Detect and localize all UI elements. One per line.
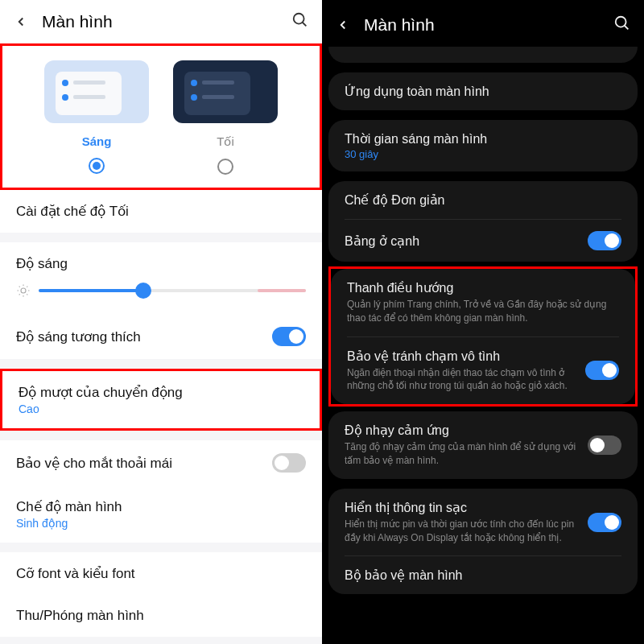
row-adaptive-brightness[interactable]: Độ sáng tương thích <box>0 314 322 359</box>
svg-point-0 <box>294 14 304 24</box>
svg-line-5 <box>19 287 20 287</box>
toggle-edge-panels[interactable] <box>588 231 621 250</box>
header: Màn hình <box>0 0 322 43</box>
row-touch-sensitivity[interactable]: Độ nhạy cảm ứng Tăng độ nhạy cảm ứng của… <box>328 411 638 479</box>
svg-point-11 <box>616 17 626 27</box>
page-title: Màn hình <box>42 12 279 31</box>
settings-panel-light: Màn hình Sáng <box>0 0 322 644</box>
theme-label-light: Sáng <box>82 134 112 148</box>
row-screen-saver[interactable]: Bộ bảo vệ màn hình <box>328 556 638 594</box>
toggle-touch-sensitivity[interactable] <box>588 436 621 455</box>
theme-preview-light <box>44 60 149 123</box>
row-screen-timeout[interactable]: Thời gian sáng màn hình 30 giây <box>328 120 638 171</box>
svg-point-2 <box>21 288 26 293</box>
theme-selector-card: Sáng Tối <box>0 43 322 190</box>
header: Màn hình <box>322 0 644 47</box>
row-screen-mode[interactable]: Chế độ màn hình Sinh động <box>0 485 322 543</box>
row-dark-mode-settings[interactable]: Cài đặt chế độ Tối <box>0 190 322 233</box>
radio-dark[interactable] <box>217 159 233 175</box>
svg-line-1 <box>303 23 307 27</box>
search-icon[interactable] <box>613 14 631 35</box>
row-brightness: Độ sáng <box>0 242 322 314</box>
theme-option-dark[interactable]: Tối <box>173 60 278 175</box>
toggle-accidental-touch[interactable] <box>585 361 619 380</box>
sun-icon <box>16 283 31 298</box>
toggle-charging-info[interactable] <box>588 513 621 532</box>
row-accidental-touch[interactable]: Bảo vệ tránh chạm vô tình Ngăn điện thoạ… <box>331 337 635 405</box>
theme-label-dark: Tối <box>217 134 234 149</box>
settings-panel-dark: Màn hình Ứng dụng toàn màn hình Thời gia… <box>322 0 644 644</box>
row-easy-mode[interactable]: Chế độ Đơn giản <box>328 181 638 219</box>
row-charging-info[interactable]: Hiển thị thông tin sạc Hiển thị mức pin … <box>328 489 638 556</box>
row-fullscreen-apps[interactable]: Ứng dụng toàn màn hình <box>328 72 638 110</box>
row-zoom[interactable]: Thu/Phóng màn hình <box>0 595 322 637</box>
svg-line-12 <box>625 26 629 30</box>
svg-line-10 <box>27 287 27 287</box>
back-icon[interactable] <box>335 17 351 33</box>
svg-line-6 <box>27 294 27 295</box>
row-font-size[interactable]: Cỡ font và kiểu font <box>0 552 322 595</box>
brightness-slider[interactable] <box>16 283 306 298</box>
radio-light[interactable] <box>89 158 105 174</box>
svg-line-9 <box>19 294 20 295</box>
theme-option-light[interactable]: Sáng <box>44 60 149 175</box>
row-nav-bar[interactable]: Thanh điều hướng Quản lý phím Trang chín… <box>331 269 635 336</box>
back-icon[interactable] <box>13 14 29 30</box>
search-icon[interactable] <box>291 11 309 32</box>
row-eye-comfort[interactable]: Bảo vệ cho mắt thoải mái <box>0 440 322 485</box>
page-title: Màn hình <box>364 15 601 35</box>
row-edge-panels[interactable]: Bảng ở cạnh <box>328 220 638 262</box>
toggle-adaptive-brightness[interactable] <box>272 327 306 346</box>
row-motion-smoothness[interactable]: Độ mượt của chuyển động Cao <box>0 369 322 431</box>
row-partial-top <box>328 47 638 63</box>
toggle-eye-comfort[interactable] <box>272 453 306 473</box>
theme-preview-dark <box>173 60 278 123</box>
